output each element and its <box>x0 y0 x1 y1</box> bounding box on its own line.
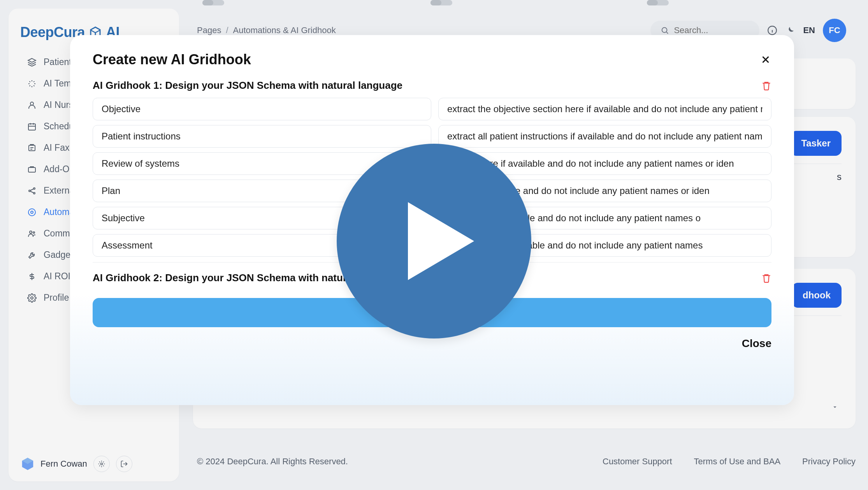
schema-desc-input[interactable] <box>438 98 771 120</box>
schema-key-input[interactable] <box>93 98 431 120</box>
section-head: AI Gridhook 1: Design your JSON Schema w… <box>93 79 771 92</box>
modal-footer: Close <box>93 337 771 350</box>
schema-key-input[interactable] <box>93 125 431 148</box>
section-title: AI Gridhook 1: Design your JSON Schema w… <box>93 79 402 92</box>
play-button[interactable] <box>337 144 531 338</box>
close-button[interactable]: Close <box>742 337 771 349</box>
trash-icon[interactable] <box>761 81 771 91</box>
play-icon <box>408 202 474 280</box>
close-icon[interactable] <box>760 54 771 65</box>
modal-title: Create new AI Gridhook <box>93 51 251 68</box>
schema-desc-input[interactable] <box>438 125 771 148</box>
modal-title-row: Create new AI Gridhook <box>93 51 771 68</box>
trash-icon[interactable] <box>761 273 771 283</box>
field-row <box>93 98 771 120</box>
